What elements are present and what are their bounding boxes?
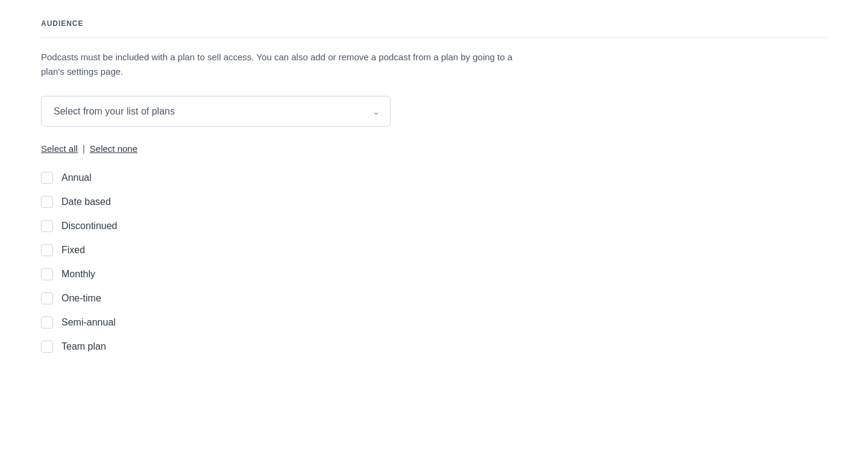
section-divider [41,37,827,38]
checkbox-fixed[interactable] [41,244,53,256]
select-none-button[interactable]: Select none [90,143,137,154]
list-item: Monthly [41,262,827,286]
description-text: Podcasts must be included with a plan to… [41,50,535,79]
plans-dropdown-container: Select from your list of plans ⌄ [41,96,391,127]
list-item: Annual [41,166,827,190]
list-item: Discontinued [41,214,827,238]
label-fixed[interactable]: Fixed [61,245,85,256]
checkbox-monthly[interactable] [41,268,53,280]
list-item: Semi-annual [41,310,827,335]
page-container: AUDIENCE Podcasts must be included with … [0,0,868,378]
list-item: Team plan [41,335,827,359]
label-one-time[interactable]: One-time [61,293,101,304]
checkbox-date-based[interactable] [41,196,53,208]
label-team-plan[interactable]: Team plan [61,341,106,352]
plans-dropdown[interactable]: Select from your list of plans [41,96,391,127]
link-separator: | [83,143,85,154]
list-item: Fixed [41,238,827,262]
label-monthly[interactable]: Monthly [61,269,95,280]
list-item: One-time [41,286,827,310]
checkbox-semi-annual[interactable] [41,316,53,329]
checkbox-discontinued[interactable] [41,220,53,232]
label-annual[interactable]: Annual [61,172,92,183]
label-semi-annual[interactable]: Semi-annual [61,317,116,328]
label-discontinued[interactable]: Discontinued [61,221,118,231]
plan-list: AnnualDate basedDiscontinuedFixedMonthly… [41,166,827,359]
checkbox-team-plan[interactable] [41,341,53,353]
select-links-container: Select all | Select none [41,143,827,154]
section-header: AUDIENCE [41,19,827,28]
checkbox-one-time[interactable] [41,292,53,304]
checkbox-annual[interactable] [41,172,53,184]
list-item: Date based [41,190,827,214]
label-date-based[interactable]: Date based [61,197,111,207]
select-all-button[interactable]: Select all [41,143,78,154]
